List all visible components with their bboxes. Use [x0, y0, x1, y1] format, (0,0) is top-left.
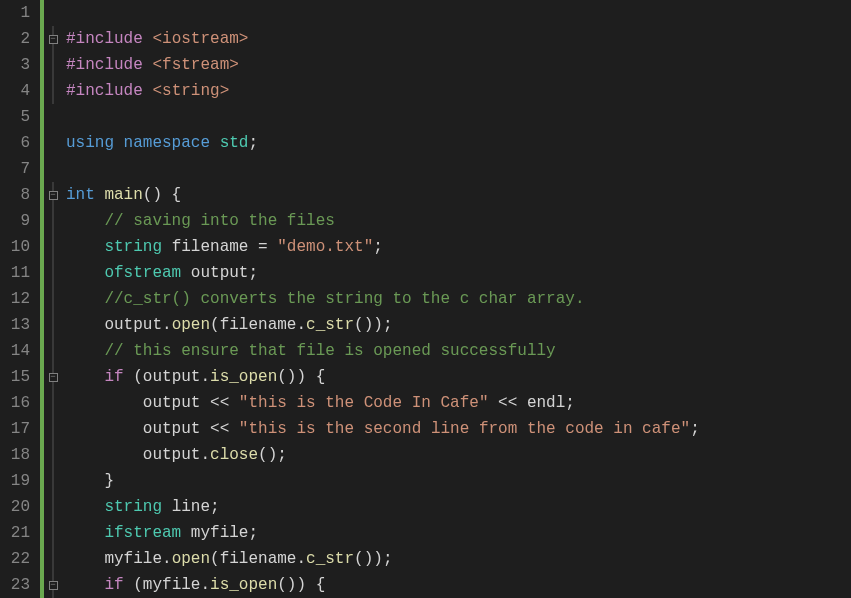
- code-line[interactable]: [66, 104, 851, 130]
- code-line[interactable]: output.open(filename.c_str());: [66, 312, 851, 338]
- code-line[interactable]: output.close();: [66, 442, 851, 468]
- code-line[interactable]: int main() {: [66, 182, 851, 208]
- code-token: (: [133, 368, 143, 386]
- fold-toggle-icon[interactable]: −: [49, 191, 58, 200]
- code-token: [66, 342, 104, 360]
- fold-row: [44, 0, 62, 26]
- code-line[interactable]: #include <string>: [66, 78, 851, 104]
- code-token: <iostream>: [152, 30, 248, 48]
- fold-row: −: [44, 364, 62, 390]
- code-editor[interactable]: 1234567891011121314151617181920212223 −−…: [0, 0, 851, 598]
- line-number: 10: [8, 234, 30, 260]
- code-line[interactable]: string filename = "demo.txt";: [66, 234, 851, 260]
- code-token: (: [210, 550, 220, 568]
- fold-row: [44, 234, 62, 260]
- code-token: myfile: [191, 524, 249, 542]
- code-line[interactable]: [66, 156, 851, 182]
- fold-row: [44, 104, 62, 130]
- code-line[interactable]: myfile.open(filename.c_str());: [66, 546, 851, 572]
- code-line[interactable]: output << "this is the Code In Cafe" << …: [66, 390, 851, 416]
- code-token: (: [210, 316, 220, 334]
- code-token: int: [66, 186, 104, 204]
- code-token: #include: [66, 56, 152, 74]
- code-token: #include: [66, 30, 152, 48]
- code-token: .: [296, 550, 306, 568]
- fold-toggle-icon[interactable]: −: [49, 373, 58, 382]
- line-number: 23: [8, 572, 30, 598]
- fold-row: [44, 260, 62, 286]
- fold-row: [44, 52, 62, 78]
- code-token: myfile: [143, 576, 201, 594]
- code-line[interactable]: #include <fstream>: [66, 52, 851, 78]
- code-token: output: [143, 420, 210, 438]
- line-number: 13: [8, 312, 30, 338]
- line-number: 14: [8, 338, 30, 364]
- code-token: c_str: [306, 316, 354, 334]
- code-token: open: [172, 316, 210, 334]
- code-token: endl: [527, 394, 565, 412]
- code-line[interactable]: if (myfile.is_open()) {: [66, 572, 851, 598]
- code-line[interactable]: //c_str() converts the string to the c c…: [66, 286, 851, 312]
- fold-row: [44, 546, 62, 572]
- code-line[interactable]: // saving into the files: [66, 208, 851, 234]
- line-number: 18: [8, 442, 30, 468]
- code-token: output: [191, 264, 249, 282]
- code-token: ()) {: [277, 368, 325, 386]
- code-line[interactable]: }: [66, 468, 851, 494]
- code-line[interactable]: #include <iostream>: [66, 26, 851, 52]
- code-line[interactable]: [66, 0, 851, 26]
- code-area[interactable]: #include <iostream>#include <fstream>#in…: [62, 0, 851, 598]
- code-token: .: [200, 446, 210, 464]
- code-token: [66, 446, 143, 464]
- code-token: ;: [210, 498, 220, 516]
- code-token: c_str: [306, 550, 354, 568]
- code-line[interactable]: ofstream output;: [66, 260, 851, 286]
- fold-row: [44, 156, 62, 182]
- code-token: //c_str() converts the string to the c c…: [104, 290, 584, 308]
- code-token: namespace: [124, 134, 220, 152]
- code-token: // this ensure that file is opened succe…: [104, 342, 555, 360]
- code-line[interactable]: ifstream myfile;: [66, 520, 851, 546]
- fold-column[interactable]: −−−−: [44, 0, 62, 598]
- fold-row: [44, 390, 62, 416]
- line-number: 1: [8, 0, 30, 26]
- code-line[interactable]: string line;: [66, 494, 851, 520]
- code-token: ());: [354, 550, 392, 568]
- code-token: ;: [248, 134, 258, 152]
- line-number: 19: [8, 468, 30, 494]
- code-token: .: [162, 550, 172, 568]
- code-line[interactable]: if (output.is_open()) {: [66, 364, 851, 390]
- code-token: [66, 290, 104, 308]
- line-number: 7: [8, 156, 30, 182]
- code-token: [66, 264, 104, 282]
- line-number: 6: [8, 130, 30, 156]
- code-token: "this is the second line from the code i…: [239, 420, 690, 438]
- code-token: "this is the Code In Cafe": [239, 394, 489, 412]
- line-number: 17: [8, 416, 30, 442]
- fold-row: [44, 286, 62, 312]
- fold-toggle-icon[interactable]: −: [49, 35, 58, 44]
- code-token: [66, 498, 104, 516]
- code-token: [66, 576, 104, 594]
- code-token: [66, 550, 104, 568]
- code-line[interactable]: using namespace std;: [66, 130, 851, 156]
- fold-toggle-icon[interactable]: −: [49, 581, 58, 590]
- code-line[interactable]: output << "this is the second line from …: [66, 416, 851, 442]
- line-number: 9: [8, 208, 30, 234]
- code-token: [66, 524, 104, 542]
- fold-row: [44, 130, 62, 156]
- line-number-gutter: 1234567891011121314151617181920212223: [0, 0, 40, 598]
- code-token: [66, 394, 143, 412]
- code-token: main: [104, 186, 142, 204]
- code-token: string: [104, 498, 171, 516]
- code-token: output: [143, 446, 201, 464]
- code-token: #include: [66, 82, 152, 100]
- line-number: 12: [8, 286, 30, 312]
- fold-row: [44, 468, 62, 494]
- code-token: ;: [565, 394, 575, 412]
- code-token: <<: [210, 394, 239, 412]
- line-number: 11: [8, 260, 30, 286]
- fold-row: [44, 520, 62, 546]
- code-token: <fstream>: [152, 56, 238, 74]
- code-line[interactable]: // this ensure that file is opened succe…: [66, 338, 851, 364]
